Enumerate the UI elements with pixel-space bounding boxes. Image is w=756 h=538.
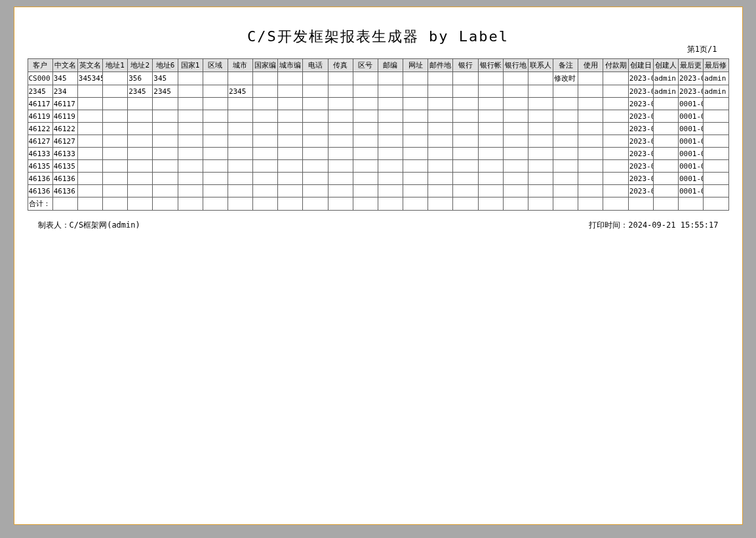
table-cell <box>478 72 503 85</box>
table-cell <box>403 98 428 110</box>
table-cell: 46117 <box>28 98 52 110</box>
table-cell <box>428 185 453 197</box>
table-cell <box>528 148 553 160</box>
table-cell <box>453 185 478 197</box>
table-cell <box>528 85 553 98</box>
table-cell <box>103 110 128 123</box>
table-cell <box>278 72 303 85</box>
table-cell <box>578 148 603 160</box>
table-cell <box>77 185 102 197</box>
table-cell: 2023-0 <box>628 148 653 160</box>
table-cell <box>128 98 153 110</box>
table-cell <box>52 197 77 211</box>
table-cell <box>303 160 328 173</box>
table-cell <box>704 123 728 135</box>
table-cell <box>653 148 678 160</box>
table-cell <box>653 98 678 110</box>
table-cell <box>103 135 128 148</box>
table-cell <box>228 185 252 197</box>
table-cell: 0001-0 <box>678 160 703 173</box>
column-header: 联系人 <box>528 59 553 72</box>
table-cell: 46136 <box>52 173 77 185</box>
table-cell: 0001-0 <box>678 110 703 123</box>
table-cell <box>103 173 128 185</box>
table-cell <box>353 148 378 160</box>
table-cell <box>428 148 453 160</box>
table-cell <box>453 85 478 98</box>
table-cell: 46127 <box>28 135 52 148</box>
table-cell <box>303 148 328 160</box>
table-cell <box>103 148 128 160</box>
table-cell: 46136 <box>52 185 77 197</box>
table-cell <box>528 135 553 148</box>
column-header: 客户 <box>28 59 52 72</box>
table-cell <box>503 110 528 123</box>
table-cell: 0001-0 <box>678 135 703 148</box>
table-cell: 345 <box>153 72 178 85</box>
table-cell: admin <box>704 72 728 85</box>
table-cell <box>253 98 278 110</box>
table-cell <box>353 160 378 173</box>
table-cell: admin <box>653 72 678 85</box>
table-cell: 2023-0 <box>628 110 653 123</box>
table-cell <box>278 135 303 148</box>
table-cell <box>228 72 252 85</box>
table-cell <box>303 185 328 197</box>
table-cell <box>478 185 503 197</box>
table-cell <box>704 197 728 211</box>
table-cell <box>528 123 553 135</box>
table-cell <box>453 135 478 148</box>
table-cell <box>153 148 178 160</box>
table-cell: 2023-0 <box>628 123 653 135</box>
table-cell <box>103 185 128 197</box>
table-cell <box>403 110 428 123</box>
table-cell <box>478 85 503 98</box>
table-cell <box>403 185 428 197</box>
table-cell <box>353 110 378 123</box>
table-cell <box>704 98 728 110</box>
table-cell: 2023-0 <box>628 173 653 185</box>
report-footer: 制表人：C/S框架网(admin) 打印时间：2024-09-21 15:55:… <box>28 220 729 231</box>
table-cell <box>628 197 653 211</box>
column-header: 最后更 <box>678 59 703 72</box>
table-cell <box>603 148 628 160</box>
table-cell <box>228 110 252 123</box>
table-cell <box>303 98 328 110</box>
table-cell <box>378 160 403 173</box>
table-cell <box>428 135 453 148</box>
column-header: 邮件地 <box>428 59 453 72</box>
table-cell <box>228 123 252 135</box>
table-cell: 46136 <box>28 185 52 197</box>
table-cell <box>77 135 102 148</box>
table-cell <box>428 110 453 123</box>
table-cell <box>603 123 628 135</box>
table-cell <box>77 173 102 185</box>
table-cell <box>528 185 553 197</box>
table-cell <box>328 160 353 173</box>
column-header: 银行地 <box>503 59 528 72</box>
table-cell: 修改时 <box>553 72 578 85</box>
table-cell <box>478 123 503 135</box>
table-cell <box>253 123 278 135</box>
table-cell: 2023-0 <box>628 85 653 98</box>
page-indicator: 第1页/1 <box>687 44 717 55</box>
table-row: 46136461362023-00001-0 <box>28 173 728 185</box>
table-cell <box>153 197 178 211</box>
table-cell <box>278 110 303 123</box>
table-cell <box>553 110 578 123</box>
table-cell <box>378 148 403 160</box>
table-cell: 2345 <box>128 85 153 98</box>
table-cell <box>578 123 603 135</box>
table-cell: 46122 <box>52 123 77 135</box>
table-cell <box>153 173 178 185</box>
table-cell <box>428 85 453 98</box>
table-cell: 2345 <box>228 85 252 98</box>
column-header: 使用 <box>578 59 603 72</box>
table-cell <box>428 160 453 173</box>
table-cell <box>453 123 478 135</box>
table-cell <box>203 148 228 160</box>
table-cell <box>704 185 728 197</box>
table-cell <box>253 197 278 211</box>
table-cell: 345 <box>52 72 77 85</box>
column-header: 传真 <box>328 59 353 72</box>
